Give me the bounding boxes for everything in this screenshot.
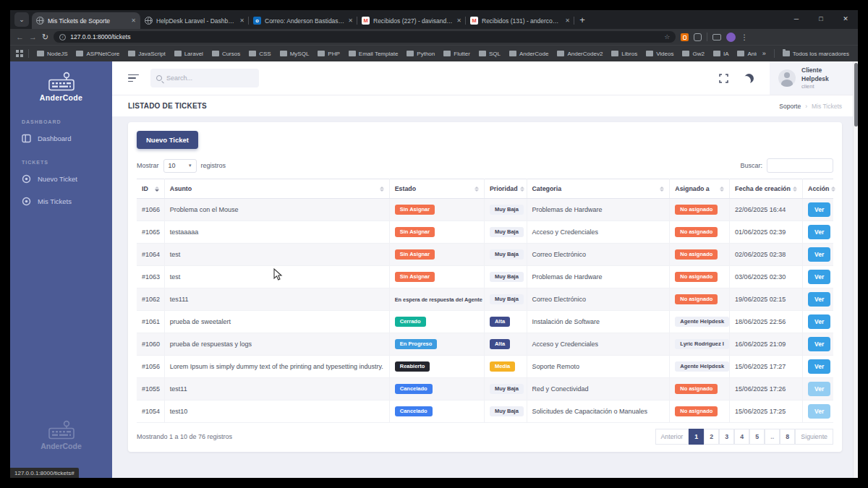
sidebar-item-dashboard[interactable]: Dashboard [10,127,112,150]
bookmark-item[interactable]: AnderCodev2 [554,51,605,57]
ver-button[interactable]: Ver [808,225,830,239]
reload-icon[interactable]: ↻ [42,33,48,41]
ver-button[interactable]: Ver [808,314,830,329]
bookmark-item[interactable]: ASPNetCore [73,51,122,57]
site-info-icon[interactable]: i [59,34,66,40]
bookmark-item[interactable]: NodeJS [34,51,70,57]
column-header-acción[interactable]: Acción [803,179,833,199]
user-menu[interactable]: Cliente Helpdesk client [770,61,858,95]
window-minimize-icon[interactable]: ─ [784,10,809,27]
breadcrumb-parent[interactable]: Soporte [779,103,801,110]
bookmark-item[interactable]: SQL [476,51,503,57]
bookmark-item[interactable]: Laravel [171,51,206,57]
ver-button[interactable]: Ver [808,404,830,419]
tab-close-icon[interactable]: ✕ [348,17,353,24]
search-input[interactable] [166,74,253,82]
column-header-prioridad[interactable]: Prioridad [484,179,527,199]
ver-button[interactable]: Ver [808,270,830,284]
browser-tab[interactable]: MRecibidos (131) - andercode87…✕ [466,12,574,29]
sort-icon[interactable] [380,187,384,192]
sort-icon[interactable] [155,187,159,192]
sort-icon[interactable] [475,187,479,192]
url-bar[interactable]: i 127.0.0.1:8000/tickets ☆ [54,31,676,43]
back-icon[interactable]: ← [16,33,24,41]
pagination-page[interactable]: 1 [689,429,704,445]
ver-button[interactable]: Ver [808,337,830,351]
sort-icon[interactable] [831,187,835,192]
sort-icon[interactable] [720,187,724,192]
tab-close-icon[interactable]: ✕ [239,17,244,24]
bookmark-item[interactable]: PHP [315,51,342,57]
column-header-asignado-a[interactable]: Asignado a [670,179,730,199]
bookmark-item[interactable]: Anime [734,51,756,57]
bookmarks-overflow-icon[interactable]: » [760,50,769,57]
bookmark-item[interactable]: Cursos [209,51,243,57]
ver-button[interactable]: Ver [808,292,830,307]
scrollbar-thumb[interactable] [854,63,858,127]
page-size-select[interactable]: 10 ▾ [163,159,197,173]
dark-mode-moon-icon[interactable] [744,74,754,83]
fullscreen-icon[interactable] [719,74,728,83]
bookmark-item[interactable]: Videos [643,51,676,57]
tab-search-icon[interactable]: ⌄ [14,12,29,27]
extension-icon[interactable] [681,33,689,41]
window-close-icon[interactable]: ✕ [833,10,858,27]
pagination-page[interactable]: 8 [780,429,795,445]
browser-tab[interactable]: Mis Tickets de Soporte✕ [32,12,140,29]
tab-close-icon[interactable]: ✕ [131,17,136,24]
forward-icon[interactable]: → [29,33,37,41]
cast-icon[interactable] [712,34,721,40]
pagination-page[interactable]: 2 [704,429,719,445]
pagination-page[interactable]: 5 [749,429,765,445]
pagination-anterior[interactable]: Anterior [655,429,689,445]
global-search[interactable] [150,69,259,87]
bookmark-item[interactable]: JavaScript [125,51,168,57]
bookmark-star-icon[interactable]: ☆ [664,33,670,40]
sidebar-item-nuevo-ticket[interactable]: Nuevo Ticket [10,168,112,190]
pagination-page[interactable]: 4 [734,429,749,445]
pagination-page[interactable]: .. [765,429,780,445]
new-tab-button[interactable]: + [574,12,590,27]
sort-icon[interactable] [660,187,664,192]
bookmark-item[interactable]: IA [710,51,732,57]
bookmark-item[interactable]: Python [404,51,438,57]
window-maximize-icon[interactable]: □ [809,10,833,27]
sort-icon[interactable] [520,187,524,192]
pagination-siguiente[interactable]: Siguiente [795,429,833,445]
pagination-page[interactable]: 3 [719,429,734,445]
browser-tab[interactable]: oCorreo: Anderson Bastidas - O…✕ [249,12,357,29]
bookmark-item[interactable]: AnderCode [506,51,551,57]
column-header-asunto[interactable]: Asunto [164,179,389,199]
brand[interactable]: AnderCode [10,61,112,109]
bookmark-item[interactable]: Email Template [346,51,401,57]
column-header-fecha-de-creación[interactable]: Fecha de creación [730,179,803,199]
browser-tab[interactable]: MRecibidos (227) - davisanderso…✕ [357,12,466,29]
ver-button[interactable]: Ver [808,382,830,396]
page-scrollbar[interactable] [853,61,858,478]
column-header-estado[interactable]: Estado [389,179,484,199]
tab-close-icon[interactable]: ✕ [565,17,570,24]
sidebar-item-mis-tickets[interactable]: Mis Tickets [10,190,112,213]
ver-button[interactable]: Ver [808,202,830,217]
profile-avatar-icon[interactable] [726,33,736,42]
tab-close-icon[interactable]: ✕ [456,17,461,24]
table-search-input[interactable] [767,158,833,173]
apps-grid-icon[interactable] [16,50,23,57]
ver-button[interactable]: Ver [808,359,830,374]
column-header-id[interactable]: ID [137,179,164,199]
all-bookmarks-button[interactable]: Todos los marcadores [780,51,852,57]
hamburger-icon[interactable] [128,74,139,82]
column-header-categoria[interactable]: Categoria [527,179,670,199]
url-text[interactable]: 127.0.0.1:8000/tickets [70,33,660,40]
bookmark-item[interactable]: Gw2 [679,51,707,57]
ver-button[interactable]: Ver [808,247,830,262]
bookmark-item[interactable]: CSS [246,51,273,57]
bookmark-item[interactable]: Libros [608,51,640,57]
browser-tab[interactable]: HelpDesk Laravel - Dashboard✕ [140,12,249,29]
new-ticket-button[interactable]: Nuevo Ticket [137,131,198,149]
menu-kebab-icon[interactable]: ⋮ [741,33,748,41]
extensions-puzzle-icon[interactable] [694,33,702,41]
sort-icon[interactable] [793,187,797,192]
bookmark-item[interactable]: Flutter [441,51,473,57]
bookmark-item[interactable]: MySQL [277,51,312,57]
